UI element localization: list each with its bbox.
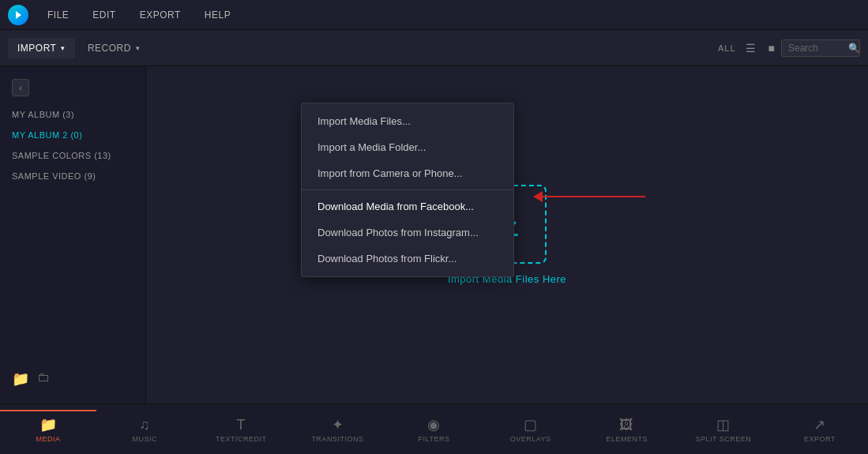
- record-label: RECORD: [88, 43, 131, 54]
- view-controls: ALL ☰ ■: [718, 39, 778, 58]
- sidebar: ‹ MY ALBUM (3) MY ALBUM 2 (0) SAMPLE COL…: [0, 66, 146, 403]
- menu-edit[interactable]: EDIT: [88, 6, 120, 24]
- transitions-icon: ✦: [332, 418, 344, 432]
- import-dropdown: Import Media Files... Import a Media Fol…: [301, 103, 514, 277]
- all-label: ALL: [718, 43, 736, 53]
- menu-export[interactable]: EXPORT: [135, 6, 186, 24]
- sidebar-item-my-album-3[interactable]: MY ALBUM (3): [0, 104, 145, 125]
- svg-marker-0: [16, 11, 21, 19]
- export-icon: ↗: [814, 418, 826, 432]
- menu-bar: FILE EDIT EXPORT HELP: [0, 0, 868, 30]
- tab-split-screen[interactable]: ◫ SPLIT SCREEN: [675, 410, 772, 449]
- sidebar-item-sample-colors[interactable]: SAMPLE COLORS (13): [0, 145, 145, 166]
- add-folder-icon[interactable]: 📁: [12, 370, 29, 388]
- tab-text-credit[interactable]: T TEXT/CREDIT: [193, 410, 289, 449]
- search-icon: 🔍: [848, 43, 860, 54]
- arrow-line: [543, 196, 645, 197]
- dropdown-download-flickr[interactable]: Download Photos from Flickr...: [302, 246, 513, 272]
- media-icon: 📁: [39, 418, 58, 432]
- dropdown-import-media-folder[interactable]: Import a Media Folder...: [302, 134, 513, 160]
- record-chevron: ▾: [136, 44, 141, 52]
- menu-help[interactable]: HELP: [200, 6, 235, 24]
- filters-icon: ◉: [427, 418, 441, 432]
- list-view-icon[interactable]: ☰: [742, 39, 759, 58]
- sidebar-back-button[interactable]: ‹: [12, 79, 29, 96]
- elements-icon: 🖼: [619, 418, 634, 432]
- toolbar: IMPORT ▾ RECORD ▾ ALL ☰ ■ 🔍: [0, 30, 868, 66]
- tab-music[interactable]: ♫ MUSIC: [96, 410, 193, 449]
- text-icon: T: [237, 418, 246, 432]
- menu-file[interactable]: FILE: [43, 6, 73, 24]
- remove-folder-icon[interactable]: 🗀: [37, 370, 50, 388]
- tab-overlays[interactable]: ▢ OVERLAYS: [483, 410, 579, 449]
- bottom-tabs: 📁 MEDIA ♫ MUSIC T TEXT/CREDIT ✦ TRANSITI…: [0, 403, 868, 454]
- dropdown-import-camera-phone[interactable]: Import from Camera or Phone...: [302, 160, 513, 186]
- dropdown-download-facebook[interactable]: Download Media from Facebook...: [302, 193, 513, 219]
- arrow-head: [533, 191, 543, 202]
- tab-media[interactable]: 📁 MEDIA: [0, 410, 96, 449]
- tab-transitions[interactable]: ✦ TRANSITIONS: [289, 410, 385, 449]
- record-button[interactable]: RECORD ▾: [78, 38, 150, 58]
- tab-filters[interactable]: ◉ FILTERS: [385, 410, 482, 449]
- dropdown-divider: [302, 189, 513, 190]
- search-box: 🔍: [781, 39, 860, 57]
- content-area: Import Media Files... Import a Media Fol…: [146, 66, 868, 403]
- import-button[interactable]: IMPORT ▾: [8, 38, 75, 58]
- arrow-indicator: [533, 191, 645, 202]
- dropdown-download-instagram[interactable]: Download Photos from Instagram...: [302, 219, 513, 246]
- music-icon: ♫: [139, 418, 150, 432]
- app-logo: [8, 5, 28, 25]
- sidebar-bottom: 📁 🗀: [0, 362, 145, 396]
- grid-view-icon[interactable]: ■: [765, 39, 778, 58]
- import-label: IMPORT: [17, 43, 56, 54]
- search-input[interactable]: [788, 43, 844, 54]
- dropdown-import-media-files[interactable]: Import Media Files...: [302, 108, 513, 134]
- tab-elements[interactable]: 🖼 ELEMENTS: [579, 410, 675, 449]
- sidebar-item-my-album-2[interactable]: MY ALBUM 2 (0): [0, 125, 145, 145]
- sidebar-item-sample-video[interactable]: SAMPLE VIDEO (9): [0, 166, 145, 186]
- import-chevron: ▾: [61, 44, 66, 52]
- main-area: ‹ MY ALBUM (3) MY ALBUM 2 (0) SAMPLE COL…: [0, 66, 868, 403]
- overlays-icon: ▢: [524, 418, 538, 432]
- split-screen-icon: ◫: [716, 418, 731, 432]
- tab-export[interactable]: ↗ EXPORT: [772, 410, 868, 449]
